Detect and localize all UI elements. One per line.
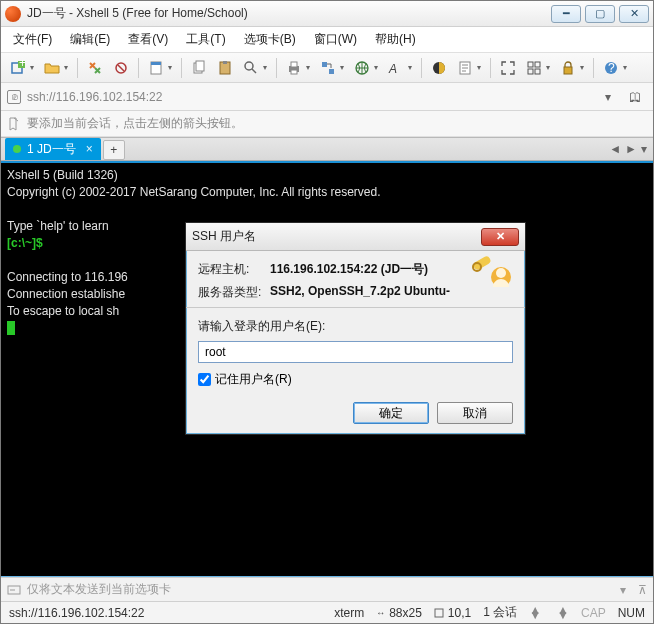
username-prompt: 请输入登录的用户名(E): (198, 318, 513, 335)
address-dropdown-icon[interactable]: ▾ (599, 90, 617, 104)
menu-window[interactable]: 窗口(W) (306, 27, 365, 52)
close-button[interactable]: ✕ (619, 5, 649, 23)
remember-username-checkbox[interactable]: 记住用户名(R) (198, 371, 513, 388)
svg-rect-15 (329, 69, 334, 74)
dropdown-icon[interactable]: ▾ (546, 63, 553, 72)
svg-rect-14 (322, 62, 327, 67)
svg-text:?: ? (608, 61, 615, 75)
dropdown-icon[interactable]: ▾ (30, 63, 37, 72)
status-position: 10,1 (434, 606, 471, 620)
term-line: Copyright (c) 2002-2017 NetSarang Comput… (7, 185, 381, 199)
tile-icon[interactable] (523, 57, 545, 79)
properties-icon[interactable] (145, 57, 167, 79)
tab-scroll-right-icon[interactable]: ► (625, 142, 637, 156)
dropdown-icon[interactable]: ▾ (168, 63, 175, 72)
app-icon (5, 6, 21, 22)
dropdown-icon[interactable]: ▾ (580, 63, 587, 72)
svg-rect-20 (528, 62, 533, 67)
address-add-icon[interactable]: 🕮 (623, 90, 647, 104)
paste-icon[interactable] (214, 57, 236, 79)
address-text[interactable]: ssh://116.196.102.154:22 (27, 90, 593, 104)
find-icon[interactable] (240, 57, 262, 79)
cursor-icon (7, 321, 15, 335)
menu-edit[interactable]: 编辑(E) (62, 27, 118, 52)
svg-rect-23 (535, 69, 540, 74)
address-bar: ⎚ ssh://116.196.102.154:22 ▾ 🕮 (1, 83, 653, 111)
term-line: Xshell 5 (Build 1326) (7, 168, 118, 182)
menu-view[interactable]: 查看(V) (120, 27, 176, 52)
dialog-titlebar[interactable]: SSH 用户名 ✕ (186, 223, 525, 251)
cancel-button[interactable]: 取消 (437, 402, 513, 424)
reconnect-icon[interactable] (84, 57, 106, 79)
key-user-icon (471, 253, 515, 293)
remote-host-label: 远程主机: (198, 261, 270, 278)
disconnect-icon[interactable] (110, 57, 132, 79)
term-line: Connection establishe (7, 287, 125, 301)
menu-file[interactable]: 文件(F) (5, 27, 60, 52)
globe-icon[interactable] (351, 57, 373, 79)
dropdown-icon[interactable]: ▾ (477, 63, 484, 72)
fullscreen-icon[interactable] (497, 57, 519, 79)
ssh-username-dialog: SSH 用户名 ✕ 远程主机: 116.196.102.154:22 (JD一号… (185, 222, 526, 435)
dropdown-icon[interactable]: ▾ (408, 63, 415, 72)
menu-bar: 文件(F) 编辑(E) 查看(V) 工具(T) 选项卡(B) 窗口(W) 帮助(… (1, 27, 653, 53)
tab-session[interactable]: 1 JD一号 × (5, 138, 101, 160)
dropdown-icon[interactable]: ▾ (64, 63, 71, 72)
dropdown-icon[interactable]: ▾ (263, 63, 270, 72)
command-input[interactable]: 仅将文本发送到当前选项卡 (27, 581, 614, 598)
dropdown-icon[interactable]: ▾ (623, 63, 630, 72)
tab-menu-icon[interactable]: ▾ (641, 142, 647, 156)
username-input[interactable] (198, 341, 513, 363)
svg-text:A: A (388, 62, 397, 76)
ok-button[interactable]: 确定 (353, 402, 429, 424)
font-icon[interactable]: A (385, 57, 407, 79)
bookmark-add-icon[interactable] (7, 117, 21, 131)
svg-rect-5 (151, 62, 161, 65)
title-bar: JD一号 - Xshell 5 (Free for Home/School) ━… (1, 1, 653, 27)
status-arrows: ▲▼▲▼ (529, 608, 569, 618)
copy-icon[interactable] (188, 57, 210, 79)
minimize-button[interactable]: ━ (551, 5, 581, 23)
script-icon[interactable] (454, 57, 476, 79)
open-session-icon[interactable] (41, 57, 63, 79)
term-line: Connecting to 116.196 (7, 270, 128, 284)
svg-rect-28 (435, 609, 443, 617)
status-dot-icon (13, 145, 21, 153)
tab-new-button[interactable]: + (103, 140, 125, 160)
session-icon[interactable]: ⎚ (7, 90, 21, 104)
tab-bar: 1 JD一号 × + ◄ ► ▾ (1, 137, 653, 161)
lock-icon[interactable] (557, 57, 579, 79)
svg-rect-24 (564, 67, 572, 74)
menu-tools[interactable]: 工具(T) (178, 27, 233, 52)
svg-point-10 (245, 62, 253, 70)
new-session-icon[interactable]: + (7, 57, 29, 79)
dropdown-icon[interactable]: ▾ (340, 63, 347, 72)
term-prompt: [c:\~]$ (7, 236, 43, 250)
color-icon[interactable] (428, 57, 450, 79)
dropdown-icon[interactable]: ▾ (374, 63, 381, 72)
maximize-button[interactable]: ▢ (585, 5, 615, 23)
help-icon[interactable]: ? (600, 57, 622, 79)
hint-text: 要添加当前会话，点击左侧的箭头按钮。 (27, 115, 243, 132)
status-size: ↔88x25 (376, 606, 422, 620)
tab-close-icon[interactable]: × (86, 142, 93, 156)
dialog-close-button[interactable]: ✕ (481, 228, 519, 246)
menu-help[interactable]: 帮助(H) (367, 27, 424, 52)
svg-text:+: + (19, 60, 26, 70)
hint-bar: 要添加当前会话，点击左侧的箭头按钮。 (1, 111, 653, 137)
print-icon[interactable] (283, 57, 305, 79)
window-title: JD一号 - Xshell 5 (Free for Home/School) (27, 5, 551, 22)
send-mode-icon[interactable] (7, 583, 21, 597)
tab-scroll-left-icon[interactable]: ◄ (609, 142, 621, 156)
dropdown-icon[interactable]: ▾ (306, 63, 313, 72)
server-type-label: 服务器类型: (198, 284, 270, 301)
transfer-icon[interactable] (317, 57, 339, 79)
cmd-expand-icon[interactable]: ⊼ (638, 583, 647, 597)
remember-checkbox-input[interactable] (198, 373, 211, 386)
svg-rect-9 (223, 61, 227, 64)
cmd-dropdown-icon[interactable]: ▾ (620, 583, 626, 597)
menu-tabs[interactable]: 选项卡(B) (236, 27, 304, 52)
dialog-title: SSH 用户名 (192, 228, 481, 245)
remember-label: 记住用户名(R) (215, 371, 292, 388)
status-bar: ssh://116.196.102.154:22 xterm ↔88x25 10… (1, 601, 653, 623)
